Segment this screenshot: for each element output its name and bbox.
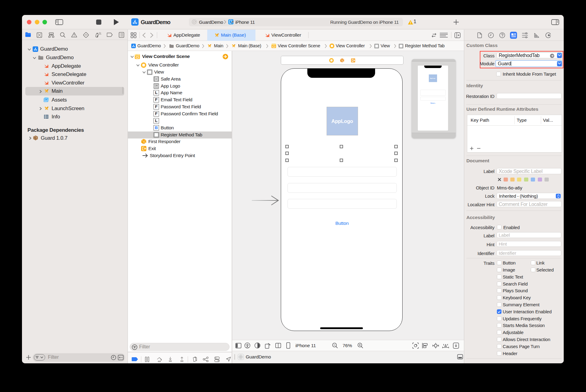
svg-text:1: 1 <box>145 142 146 144</box>
